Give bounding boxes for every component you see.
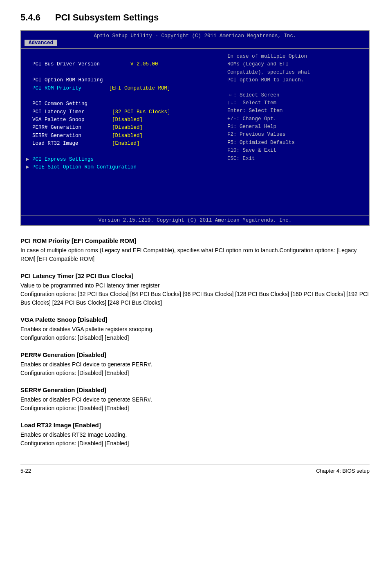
- bios-key-3: Enter: Select Item: [227, 107, 365, 115]
- desc-pci-rom-priority-body: In case of multiple option roms (Legacy …: [20, 246, 370, 263]
- bios-help-line-2: ROMs (Legacy and EFI: [227, 61, 365, 68]
- footer-chapter: Chapter 4: BIOS setup: [316, 468, 370, 474]
- bios-bottom-bar: Version 2.15.1219. Copyright (C) 2011 Am…: [21, 215, 369, 225]
- desc-vga-palette-snoop-title: VGA Palette Snoop [Disabled]: [20, 316, 370, 323]
- desc-pci-rom-priority: PCI ROM Priority [EFI Compatible ROM] In…: [20, 237, 370, 263]
- bios-key-8: F10: Save & Exit: [227, 147, 365, 155]
- section-title: PCI Subsystem Settings: [55, 12, 159, 22]
- bios-line-7: PCI Common Setting: [26, 100, 218, 108]
- bios-tab-bar: Advanced: [21, 40, 369, 48]
- bios-top-bar: Aptio Setup Utility - Copyright (C) 2011…: [21, 31, 369, 40]
- bios-screen: Aptio Setup Utility - Copyright (C) 2011…: [20, 30, 370, 226]
- desc-pci-rom-priority-title: PCI ROM Priority [EFI Compatible ROM]: [20, 237, 370, 244]
- desc-serr-generation-body: Enables or disables PCI device to genera…: [20, 395, 370, 413]
- bios-help-desc: In case of multiple Option ROMs (Legacy …: [227, 53, 365, 85]
- bios-key-2: ↑↓: Select Item: [227, 99, 365, 107]
- bios-top-bar-text: Aptio Setup Utility - Copyright (C) 2011…: [94, 33, 296, 39]
- bios-line-6: [26, 92, 218, 100]
- desc-pci-latency-timer-body: Value to be programmed into PCI latency …: [20, 281, 370, 307]
- desc-perr-generation-title: PERR# Generation [Disabled]: [20, 351, 370, 358]
- desc-load-rt32-image-title: Load RT32 Image [Enabled]: [20, 422, 370, 429]
- bios-line-16: [26, 172, 218, 180]
- bios-line-13: [26, 148, 218, 156]
- desc-pci-latency-timer-title: PCI Latency Timer [32 PCI Bus Clocks]: [20, 272, 370, 279]
- bios-key-5: F1: General Help: [227, 123, 365, 131]
- desc-load-rt32-image-body: Enables or disables RT32 Image Loading.C…: [20, 431, 370, 448]
- bios-line-11: SERR# Generation [Disabled]: [26, 132, 218, 140]
- desc-vga-palette-snoop-body: Enables or disables VGA pallette registe…: [20, 325, 370, 342]
- bios-bottom-text: Version 2.15.1219. Copyright (C) 2011 Am…: [99, 218, 292, 223]
- section-heading: 5.4.6 PCI Subsystem Settings: [20, 12, 370, 23]
- desc-serr-generation: SERR# Generation [Disabled] Enables or d…: [20, 386, 370, 413]
- bios-help-line-1: In case of multiple Option: [227, 53, 365, 61]
- bios-line-20: [26, 203, 218, 211]
- bios-right-panel: In case of multiple Option ROMs (Legacy …: [223, 49, 369, 215]
- bios-line-5: PCI ROM Priority [EFI Compatible ROM]: [26, 85, 218, 92]
- page-footer: 5-22 Chapter 4: BIOS setup: [20, 464, 370, 474]
- bios-help-line-3: Compatible), specifies what: [227, 69, 365, 76]
- bios-line-17: [26, 180, 218, 187]
- desc-perr-generation-body: Enables or disables PCI device to genera…: [20, 360, 370, 377]
- bios-key-7: F5: Optimized Defaults: [227, 139, 365, 147]
- bios-key-6: F2: Previous Values: [227, 131, 365, 139]
- section-number: 5.4.6: [20, 12, 40, 22]
- bios-line-19: [26, 195, 218, 203]
- bios-tab-advanced[interactable]: Advanced: [25, 40, 57, 46]
- desc-pci-latency-timer: PCI Latency Timer [32 PCI Bus Clocks] Va…: [20, 272, 370, 307]
- descriptions-container: PCI ROM Priority [EFI Compatible ROM] In…: [20, 237, 370, 448]
- desc-perr-generation: PERR# Generation [Disabled] Enables or d…: [20, 351, 370, 377]
- bios-key-4: +/-: Change Opt.: [227, 115, 365, 123]
- desc-load-rt32-image: Load RT32 Image [Enabled] Enables or dis…: [20, 422, 370, 448]
- bios-line-10: PERR# Generation [Disabled]: [26, 124, 218, 132]
- bios-line-9: VGA Palette Snoop [Disabled]: [26, 116, 218, 124]
- bios-line-2: PCI Bus Driver Version V 2.05.00: [26, 61, 218, 68]
- footer-page-number: 5-22: [20, 468, 31, 474]
- page-container: 5.4.6 PCI Subsystem Settings Aptio Setup…: [0, 0, 390, 498]
- bios-help-line-4: PCI option ROM to lanuch.: [227, 76, 365, 84]
- bios-content: PCI Bus Driver Version V 2.05.00 PCI Opt…: [21, 48, 369, 215]
- bios-line-8: PCI Latency Timer [32 PCI Bus Clocks]: [26, 108, 218, 116]
- bios-left-panel: PCI Bus Driver Version V 2.05.00 PCI Opt…: [21, 49, 223, 215]
- bios-key-9: ESC: Exit: [227, 155, 365, 163]
- bios-line-18: [26, 187, 218, 195]
- bios-line-4: PCI Option ROM Handling: [26, 76, 218, 84]
- bios-line-1: [26, 53, 218, 61]
- bios-line-12: Load RT32 Image [Enabled]: [26, 140, 218, 148]
- bios-line-3: [26, 69, 218, 76]
- bios-key-1: →←: Select Screen: [227, 92, 365, 99]
- desc-vga-palette-snoop: VGA Palette Snoop [Disabled] Enables or …: [20, 316, 370, 342]
- bios-key-help: →←: Select Screen ↑↓: Select Item Enter:…: [227, 89, 365, 163]
- desc-serr-generation-title: SERR# Generation [Disabled]: [20, 386, 370, 393]
- bios-line-14[interactable]: ▶ PCI Express Settings: [26, 156, 218, 164]
- bios-line-15[interactable]: ▶ PCIE Slot Option Rom Configuration: [26, 164, 218, 171]
